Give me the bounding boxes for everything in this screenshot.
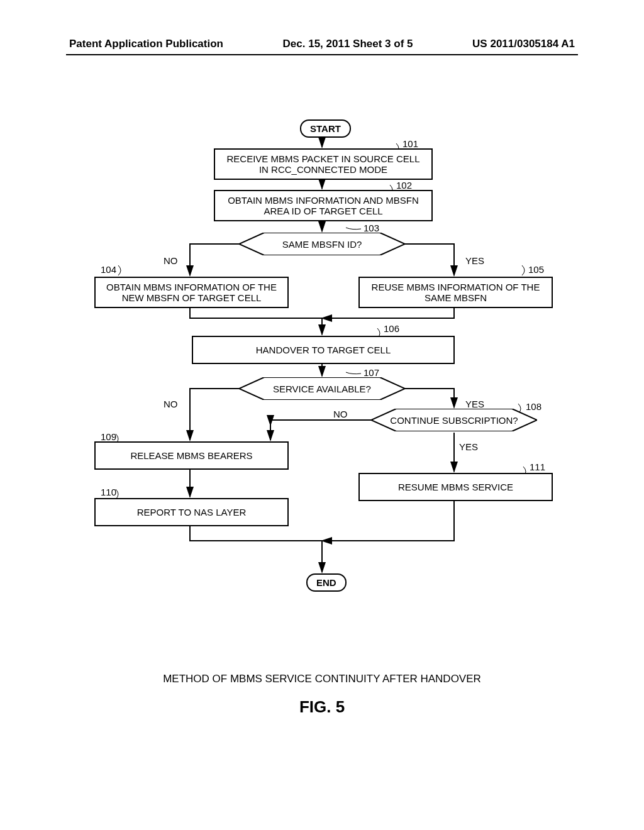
step-102: OBTAIN MBMS INFORMATION AND MBSFN AREA I… bbox=[214, 190, 433, 221]
decision-103: SAME MBSFN ID? bbox=[239, 233, 405, 255]
figure-number: FIG. 5 bbox=[0, 697, 644, 717]
ref-111: 111 bbox=[530, 462, 545, 472]
ref-103: 103 bbox=[364, 223, 379, 233]
step-104: OBTAIN MBMS INFORMATION OF THE NEW MBSFN… bbox=[94, 277, 289, 308]
figure-caption: METHOD OF MBMS SERVICE CONTINUITY AFTER … bbox=[0, 673, 644, 685]
step-106: HANDOVER TO TARGET CELL bbox=[192, 336, 455, 364]
decision-108: CONTINUE SUBSCRIPTION? bbox=[371, 409, 537, 431]
header-rule bbox=[66, 54, 578, 55]
label-yes-107: YES bbox=[465, 399, 484, 409]
step-110: REPORT TO NAS LAYER bbox=[94, 498, 289, 526]
ref-101: 101 bbox=[402, 138, 418, 149]
ref-105: 105 bbox=[528, 264, 544, 275]
end-terminal: END bbox=[306, 573, 347, 592]
step-101: RECEIVE MBMS PACKET IN SOURCE CELL IN RC… bbox=[214, 148, 433, 180]
label-yes-108: YES bbox=[459, 441, 478, 452]
start-terminal: START bbox=[300, 119, 351, 138]
step-111: RESUME MBMS SERVICE bbox=[358, 473, 553, 501]
header-center: Dec. 15, 2011 Sheet 3 of 5 bbox=[283, 38, 413, 50]
label-no-108: NO bbox=[333, 409, 348, 419]
ref-106: 106 bbox=[384, 323, 399, 334]
label-no-103: NO bbox=[164, 255, 178, 266]
header-right: US 2011/0305184 A1 bbox=[472, 38, 575, 50]
label-no-107: NO bbox=[164, 399, 178, 409]
ref-107: 107 bbox=[364, 367, 379, 378]
ref-109: 109 bbox=[101, 431, 116, 442]
label-yes-103: YES bbox=[465, 255, 484, 266]
step-105: REUSE MBMS INFORMATION OF THE SAME MBSFN bbox=[358, 277, 553, 308]
header: Patent Application Publication Dec. 15, … bbox=[0, 38, 644, 50]
ref-110: 110 bbox=[101, 487, 116, 497]
ref-104: 104 bbox=[101, 264, 116, 275]
flowchart: START 101 RECEIVE MBMS PACKET IN SOURCE … bbox=[82, 119, 562, 641]
page: Patent Application Publication Dec. 15, … bbox=[0, 0, 644, 830]
decision-107: SERVICE AVAILABLE? bbox=[239, 377, 405, 400]
header-left: Patent Application Publication bbox=[69, 38, 223, 50]
step-109: RELEASE MBMS BEARERS bbox=[94, 441, 289, 470]
ref-102: 102 bbox=[396, 180, 412, 191]
